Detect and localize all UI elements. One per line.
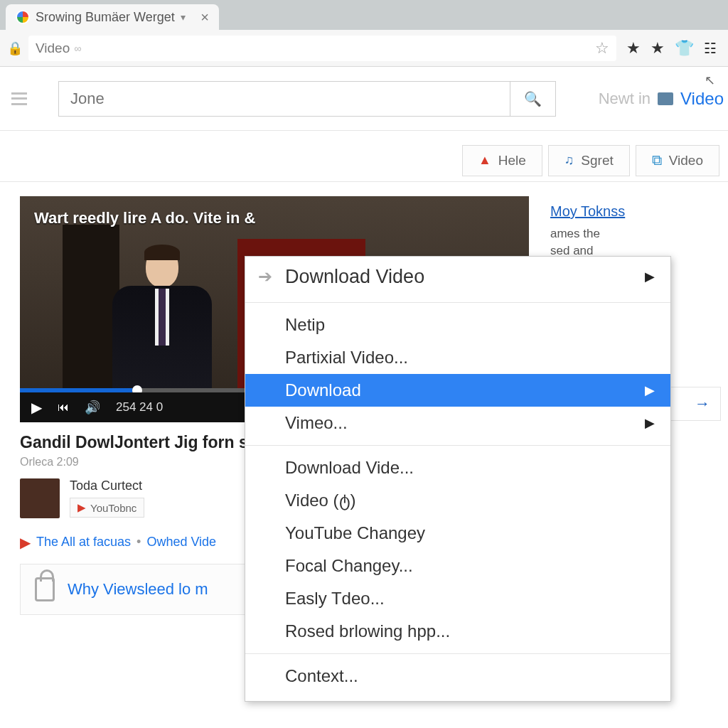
ctx-separator	[245, 302, 670, 303]
secure-lock-icon: 🔒	[7, 41, 23, 56]
header-right: Newt in Video	[599, 89, 728, 109]
ctx-item-focal-changey[interactable]: Focal Changey...	[245, 550, 670, 582]
music-note-icon: ♫	[564, 153, 574, 168]
tab-dropdown-icon[interactable]: ▾	[181, 11, 186, 23]
arrow-right-icon: →	[695, 395, 710, 413]
list-settings-icon[interactable]: ☷	[704, 40, 717, 57]
related-link-a[interactable]: The All at facuas	[36, 535, 131, 550]
chrome-favicon-icon	[16, 10, 30, 24]
youtube-icon: ▶	[77, 501, 86, 514]
monitor-icon: ⧉	[652, 152, 662, 168]
ctx-label: Netip	[285, 315, 325, 335]
browser-window: Srowing Bumäer Werget ▾ × 🔒 Video ∞ ☆ ★ …	[0, 0, 728, 728]
star-filled-icon[interactable]: ★	[626, 39, 641, 58]
filter-tabs: ▲ Hele ♫ Sgret ⧉ Video	[0, 131, 728, 182]
submenu-arrow-icon: ▶	[645, 415, 655, 431]
ctx-separator	[245, 653, 670, 654]
mouse-cursor-icon: ↖	[705, 73, 715, 88]
ctx-label: Easly Tdeo...	[285, 589, 385, 609]
volume-icon[interactable]: 🔊	[85, 400, 100, 415]
context-menu: ➔ Download Video ▶ Netip Partixial Video…	[245, 256, 671, 702]
star-filled-icon-2[interactable]: ★	[651, 39, 665, 58]
ctx-item-netip[interactable]: Netip	[245, 309, 670, 341]
shirt-icon[interactable]: 👕	[675, 39, 694, 58]
uploader-name[interactable]: Toda Curtect	[70, 478, 144, 493]
youtube-badge-label: YouTobnc	[90, 502, 136, 514]
search-icon: 🔍	[524, 90, 542, 107]
site-header: 🔍 Newt in Video	[0, 67, 728, 131]
ctx-label: Download Video	[285, 266, 424, 288]
search-box: 🔍	[58, 81, 556, 117]
ctx-separator	[245, 445, 670, 446]
youtube-bullet-icon: ▶	[20, 534, 31, 551]
sidebar-title[interactable]: Moy Toknss	[550, 203, 721, 220]
video-link[interactable]: Video	[680, 89, 724, 109]
ctx-item-video[interactable]: Video (ტ)	[245, 484, 670, 517]
timecode: 254 24 0	[116, 400, 163, 414]
ctx-label: YouTube Changey	[285, 523, 425, 543]
filter-tab-video[interactable]: ⧉ Video	[636, 145, 719, 176]
bookmark-star-icon[interactable]: ☆	[595, 39, 609, 58]
ctx-item-easly-tdeo[interactable]: Easly Tdeo...	[245, 582, 670, 615]
extension-icons: ★ ★ 👕 ☷	[622, 39, 721, 58]
filter-tab-sgret[interactable]: ♫ Sgret	[548, 145, 630, 176]
search-input[interactable]	[59, 82, 510, 116]
ctx-label: Context...	[285, 666, 358, 686]
ctx-label: Video (ტ)	[285, 491, 356, 510]
video-caption: Wart reedly lire A do. Vite in &	[34, 209, 255, 228]
youtube-badge[interactable]: ▶ YouTobnc	[70, 498, 144, 518]
folder-icon	[658, 92, 673, 105]
new-in-label: Newt in	[599, 90, 651, 108]
prev-icon[interactable]: ⏮	[58, 401, 69, 414]
submenu-arrow-icon: ▶	[645, 382, 655, 398]
ctx-item-context[interactable]: Context...	[245, 660, 670, 692]
address-bar: 🔒 Video ∞ ☆ ★ ★ 👕 ☷	[0, 30, 728, 67]
ctx-item-rosed[interactable]: Rosed brlowing hpp...	[245, 615, 670, 648]
browser-tab[interactable]: Srowing Bumäer Werget ▾ ×	[6, 4, 219, 30]
url-suffix: ∞	[74, 43, 81, 54]
filter-tab-label: Sgret	[581, 153, 613, 168]
submenu-arrow-icon: ▶	[645, 269, 655, 284]
ctx-item-download-vide[interactable]: Download Vide...	[245, 451, 670, 484]
play-icon[interactable]: ▶	[31, 399, 42, 416]
tab-title: Srowing Bumäer Werget	[36, 10, 175, 25]
lock-icon	[35, 577, 55, 601]
separator-dot: •	[136, 535, 141, 550]
filter-tab-label: Hele	[498, 153, 526, 168]
arrow-right-icon: ➔	[258, 267, 272, 287]
ctx-label: Rosed brlowing hpp...	[285, 621, 450, 641]
uploader-avatar[interactable]	[20, 478, 60, 518]
filter-tab-hele[interactable]: ▲ Hele	[462, 145, 542, 176]
ctx-item-youtube-changey[interactable]: YouTube Changey	[245, 517, 670, 550]
tab-strip: Srowing Bumäer Werget ▾ ×	[0, 0, 728, 30]
ctx-label: Download Vide...	[285, 458, 414, 478]
ctx-item-download[interactable]: Download ▶	[245, 374, 670, 407]
ctx-label: Focal Changey...	[285, 556, 413, 576]
url-field[interactable]: Video ∞ ☆	[28, 36, 616, 61]
search-button[interactable]: 🔍	[510, 82, 555, 116]
menu-hamburger-icon[interactable]	[11, 92, 27, 105]
ctx-item-partial-video[interactable]: Partixial Video...	[245, 341, 670, 374]
ctx-label: Partixial Video...	[285, 348, 408, 368]
promo-text: Why Viewsleed lo m	[68, 580, 208, 599]
filter-tab-label: Video	[669, 153, 703, 168]
ctx-label: Vimeo...	[285, 413, 348, 433]
alert-triangle-icon: ▲	[478, 153, 491, 168]
tab-close-icon[interactable]: ×	[200, 9, 209, 26]
ctx-label: Download	[285, 380, 361, 400]
ctx-item-download-video[interactable]: ➔ Download Video ▶	[245, 257, 670, 296]
url-text: Video	[36, 41, 70, 56]
ctx-item-vimeo[interactable]: Vimeo... ▶	[245, 407, 670, 439]
related-link-b[interactable]: Owhed Vide	[146, 535, 216, 550]
